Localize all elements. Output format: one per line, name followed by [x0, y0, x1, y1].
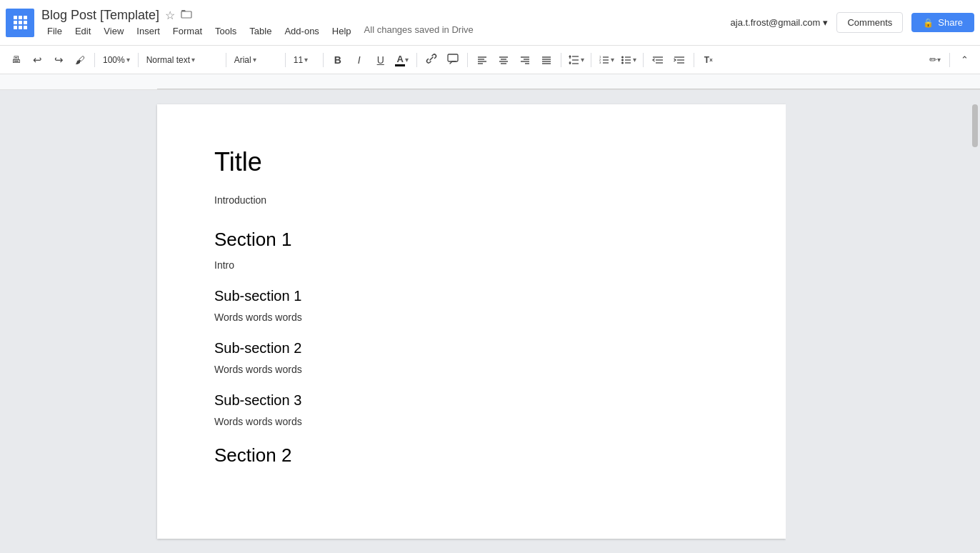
clear-format-icon: T: [704, 55, 709, 65]
align-center-button[interactable]: [494, 50, 514, 70]
zoom-chevron-icon: ▾: [126, 56, 130, 64]
text-color-button[interactable]: A ▾: [392, 50, 412, 70]
svg-rect-1: [448, 54, 458, 61]
doc-introduction[interactable]: Introduction: [214, 194, 729, 206]
doc-content-title[interactable]: Title: [214, 147, 729, 177]
clear-formatting-button[interactable]: Tx: [699, 50, 719, 70]
font-size-dropdown[interactable]: 11 ▾: [290, 53, 319, 67]
menu-bar: File Edit View Insert Format Tools Table…: [41, 24, 731, 38]
section2-heading[interactable]: Section 2: [214, 444, 729, 467]
underline-button[interactable]: U: [371, 50, 391, 70]
pencil-mode-button[interactable]: ✏ ▾: [925, 50, 945, 70]
document-page[interactable]: Title Introduction Section 1 Intro Sub-s…: [157, 104, 786, 539]
font-chevron-icon: ▾: [253, 56, 256, 64]
print-icon: 🖶: [11, 54, 21, 65]
menu-help[interactable]: Help: [326, 24, 357, 38]
zoom-value: 100%: [103, 55, 125, 65]
toolbar-divider-9: [591, 53, 591, 67]
share-button[interactable]: 🔒 Share: [911, 13, 974, 32]
lock-icon: 🔒: [923, 18, 934, 28]
subsection3-heading[interactable]: Sub-section 3: [214, 392, 729, 409]
insert-link-button[interactable]: [421, 50, 441, 70]
line-spacing-button[interactable]: ▾: [566, 50, 586, 70]
paint-format-icon: 🖌: [75, 54, 85, 66]
subsection1-body[interactable]: Words words words: [214, 312, 729, 323]
document-title[interactable]: Blog Post [Template]: [41, 8, 159, 23]
redo-icon: ↪: [54, 54, 64, 66]
menu-view[interactable]: View: [98, 24, 129, 38]
doc-title-row: Blog Post [Template] ☆: [41, 8, 731, 23]
right-margin: [786, 90, 970, 553]
zoom-dropdown[interactable]: 100% ▾: [99, 53, 134, 67]
toolbar-divider-3: [226, 53, 226, 67]
font-size-value: 11: [294, 55, 303, 65]
toolbar-divider-2: [138, 53, 139, 67]
svg-rect-0: [181, 11, 191, 18]
toolbar-divider-8: [561, 53, 561, 67]
pencil-icon: ✏: [929, 54, 937, 65]
share-button-label: Share: [938, 17, 963, 28]
comments-button[interactable]: Comments: [836, 12, 903, 33]
menu-edit[interactable]: Edit: [69, 24, 96, 38]
menu-table[interactable]: Table: [244, 24, 277, 38]
collapse-toolbar-button[interactable]: ⌃: [954, 50, 974, 70]
user-account[interactable]: aja.t.frost@gmail.com ▾: [731, 17, 829, 28]
style-dropdown[interactable]: Normal text ▾: [143, 53, 221, 67]
toolbar-divider-11: [694, 53, 694, 67]
doc-title-area: Blog Post [Template] ☆ File Edit View In…: [41, 8, 731, 38]
user-email-text: aja.t.frost@gmail.com: [731, 17, 821, 28]
star-icon[interactable]: ☆: [165, 9, 175, 22]
toolbar-divider-1: [94, 53, 95, 67]
text-color-icon: A: [395, 54, 405, 66]
align-justify-button[interactable]: [536, 50, 556, 70]
subsection2-heading[interactable]: Sub-section 2: [214, 340, 729, 357]
subsection3-body[interactable]: Words words words: [214, 416, 729, 427]
italic-button[interactable]: I: [349, 50, 369, 70]
toolbar-divider-12: [949, 53, 950, 67]
align-left-button[interactable]: [472, 50, 492, 70]
decrease-indent-button[interactable]: [648, 50, 668, 70]
folder-icon[interactable]: [181, 8, 192, 22]
subsection1-heading[interactable]: Sub-section 1: [214, 288, 729, 304]
style-chevron-icon: ▾: [191, 56, 195, 64]
menu-file[interactable]: File: [41, 24, 68, 38]
apps-menu-button[interactable]: [6, 9, 34, 37]
size-chevron-icon: ▾: [304, 56, 308, 64]
apps-grid-icon: [14, 16, 27, 29]
section1-intro[interactable]: Intro: [214, 259, 729, 271]
scrollbar-thumb[interactable]: [972, 104, 978, 147]
insert-comment-button[interactable]: [443, 50, 463, 70]
print-button[interactable]: 🖶: [6, 50, 26, 70]
bold-button[interactable]: B: [328, 50, 348, 70]
comment-icon: [446, 52, 459, 67]
menu-addons[interactable]: Add-ons: [279, 24, 324, 38]
align-right-button[interactable]: [515, 50, 535, 70]
toolbar-divider-10: [643, 53, 644, 67]
numbered-list-button[interactable]: 123 ▾: [596, 50, 616, 70]
left-margin: [0, 90, 157, 553]
link-icon: [425, 52, 438, 67]
ruler-scale: [157, 74, 980, 89]
svg-point-31: [621, 59, 624, 61]
undo-button[interactable]: ↩: [27, 50, 47, 70]
top-right-area: aja.t.frost@gmail.com ▾ Comments 🔒 Share: [731, 12, 974, 33]
paint-format-button[interactable]: 🖌: [70, 50, 90, 70]
menu-insert[interactable]: Insert: [131, 24, 166, 38]
account-dropdown-icon: ▾: [823, 17, 828, 28]
vertical-scrollbar[interactable]: [970, 90, 980, 553]
svg-text:3: 3: [599, 61, 601, 64]
bullet-list-button[interactable]: ▾: [618, 50, 639, 70]
font-dropdown[interactable]: Arial ▾: [231, 53, 281, 67]
increase-indent-button[interactable]: [669, 50, 689, 70]
menu-format[interactable]: Format: [167, 24, 208, 38]
svg-point-32: [621, 61, 624, 64]
subsection2-body[interactable]: Words words words: [214, 364, 729, 375]
top-bar: Blog Post [Template] ☆ File Edit View In…: [0, 0, 980, 46]
font-value: Arial: [234, 55, 251, 65]
section1-heading[interactable]: Section 1: [214, 229, 729, 251]
menu-tools[interactable]: Tools: [209, 24, 242, 38]
toolbar-divider-7: [467, 53, 468, 67]
formatting-toolbar: 🖶 ↩ ↪ 🖌 100% ▾ Normal text ▾ Arial ▾ 11 …: [0, 46, 980, 74]
redo-button[interactable]: ↪: [49, 50, 69, 70]
style-value: Normal text: [146, 55, 190, 65]
